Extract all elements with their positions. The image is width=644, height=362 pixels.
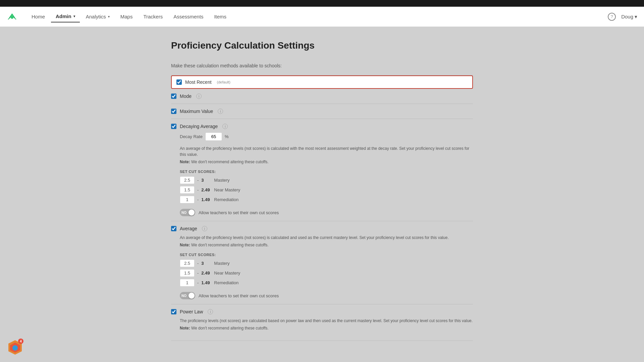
average-cut-score-2: - 2.49 Near Mastery: [180, 269, 473, 277]
power-law-checkbox-row: Power Law i: [171, 309, 473, 314]
average-toggle[interactable]: NO: [180, 292, 195, 299]
average-note-text: We don't recommend altering these cutoff…: [190, 243, 269, 247]
decaying-average-sub: Decay Rate % An average of the proficien…: [180, 132, 473, 216]
decay-rate-input[interactable]: [205, 132, 222, 141]
svg-point-1: [11, 16, 13, 19]
average-toggle-row: NO Allow teachers to set their own cut s…: [180, 292, 473, 299]
average-toggle-no-label: NO: [181, 294, 186, 298]
average-cut-score-1: - 3 Mastery: [180, 259, 473, 267]
nav-analytics[interactable]: Analytics ▾: [81, 11, 114, 22]
average-row: Average i An average of the proficiency …: [171, 221, 473, 304]
average-cut-score-from-3[interactable]: [180, 279, 195, 287]
decaying-toggle-knob: [189, 209, 195, 216]
content-wrapper: Proficiency Calculation Settings Make th…: [171, 40, 473, 341]
decaying-average-cut-score-1: - 3 Mastery: [180, 176, 473, 184]
average-toggle-knob: [189, 293, 195, 299]
decaying-cut-score-from-3[interactable]: [180, 196, 195, 203]
nav-items[interactable]: Items: [209, 11, 231, 22]
decaying-average-label: Decaying Average: [180, 124, 218, 129]
power-law-label: Power Law: [180, 309, 203, 314]
main-content: Proficiency Calculation Settings Make th…: [0, 27, 644, 362]
decaying-average-row: Decaying Average i Decay Rate % An avera…: [171, 119, 473, 221]
power-law-note-text: We don't recommend altering these cutoff…: [190, 326, 269, 330]
analytics-chevron-icon: ▾: [108, 15, 110, 18]
maximum-value-label: Maximum Value: [180, 109, 213, 114]
decaying-average-note: Note: We don't recommend altering these …: [180, 160, 473, 164]
decaying-average-cut-scores: SET CUT SCORES: - 3 Mastery - 2.49 Near …: [180, 170, 473, 203]
top-bar: [0, 0, 644, 7]
decaying-average-description: An average of the proficiency levels (no…: [180, 145, 473, 158]
most-recent-row: Most Recent (default): [171, 75, 473, 89]
power-law-checkbox[interactable]: [171, 309, 176, 314]
mode-info-icon[interactable]: i: [196, 94, 202, 99]
nav-admin[interactable]: Admin ▾: [51, 11, 80, 22]
mode-label: Mode: [180, 94, 192, 99]
most-recent-label: Most Recent: [185, 79, 212, 85]
decaying-average-info-icon[interactable]: i: [222, 124, 228, 129]
average-toggle-text: Allow teachers to set their own cut scor…: [199, 293, 279, 298]
decaying-average-checkbox-row: Decaying Average i: [171, 124, 473, 129]
section-label: Make these calculation methods available…: [171, 63, 473, 68]
average-cut-scores-label: SET CUT SCORES:: [180, 253, 473, 257]
average-description: An average of the proficiency levels (no…: [180, 235, 473, 241]
notification-badge: 4: [18, 339, 23, 344]
decaying-average-toggle-text: Allow teachers to set their own cut scor…: [199, 210, 279, 215]
most-recent-checkbox-row: Most Recent (default): [176, 79, 468, 85]
decaying-average-cut-score-2: - 2.49 Near Mastery: [180, 186, 473, 194]
decaying-average-checkbox[interactable]: [171, 124, 176, 129]
most-recent-checkbox[interactable]: [176, 79, 182, 85]
maximum-value-row: Maximum Value i: [171, 104, 473, 119]
average-cut-score-3: - 1.49 Remediation: [180, 279, 473, 287]
user-chevron-icon: ▾: [635, 14, 637, 20]
nav-home[interactable]: Home: [27, 11, 50, 22]
average-note: Note: We don't recommend altering these …: [180, 243, 473, 247]
average-note-prefix: Note:: [180, 243, 190, 247]
nav-right: ? Doug ▾: [608, 13, 637, 21]
decaying-average-note-text: We don't recommend altering these cutoff…: [190, 160, 269, 164]
decaying-toggle-no-label: NO: [181, 211, 186, 215]
bottom-logo[interactable]: 4: [7, 339, 23, 355]
mode-row: Mode i: [171, 89, 473, 104]
nav-trackers[interactable]: Trackers: [139, 11, 167, 22]
decaying-average-note-prefix: Note:: [180, 160, 190, 164]
user-menu[interactable]: Doug ▾: [621, 14, 637, 20]
decaying-average-toggle-row: NO Allow teachers to set their own cut s…: [180, 209, 473, 216]
average-label: Average: [180, 226, 197, 231]
maximum-value-info-icon[interactable]: i: [218, 109, 223, 114]
average-info-icon[interactable]: i: [202, 226, 207, 231]
maximum-value-checkbox[interactable]: [171, 109, 176, 114]
page-title: Proficiency Calculation Settings: [171, 40, 473, 51]
nav-maps[interactable]: Maps: [116, 11, 138, 22]
power-law-row: Power Law i The proficiency levels (not …: [171, 304, 473, 341]
average-sub: An average of the proficiency levels (no…: [180, 235, 473, 299]
most-recent-badge: (default): [217, 80, 230, 84]
decaying-cut-score-from-2[interactable]: [180, 186, 195, 194]
navbar: Home Admin ▾ Analytics ▾ Maps Trackers A…: [0, 7, 644, 27]
decaying-average-toggle[interactable]: NO: [180, 209, 195, 216]
power-law-note: Note: We don't recommend altering these …: [180, 326, 473, 330]
power-law-info-icon[interactable]: i: [208, 309, 213, 314]
user-name: Doug: [621, 14, 633, 19]
mode-checkbox[interactable]: [171, 94, 176, 99]
bottom-logo-icon: 4: [7, 339, 23, 355]
power-law-sub: The proficiency levels (not scores) are …: [180, 318, 473, 330]
decay-rate-row: Decay Rate %: [180, 132, 473, 141]
average-checkbox[interactable]: [171, 226, 176, 231]
nav-assessments[interactable]: Assessments: [169, 11, 208, 22]
help-button[interactable]: ?: [608, 13, 616, 21]
average-cut-score-from-2[interactable]: [180, 269, 195, 277]
average-checkbox-row: Average i: [171, 226, 473, 231]
average-cut-score-from-1[interactable]: [180, 259, 195, 267]
average-cut-scores: SET CUT SCORES: - 3 Mastery - 2.49 Near …: [180, 253, 473, 287]
decaying-average-cut-score-3: - 1.49 Remediation: [180, 196, 473, 203]
power-law-note-prefix: Note:: [180, 326, 190, 330]
decaying-average-cut-scores-label: SET CUT SCORES:: [180, 170, 473, 174]
decay-rate-label: Decay Rate: [180, 134, 203, 139]
maximum-value-checkbox-row: Maximum Value i: [171, 109, 473, 114]
logo[interactable]: [7, 11, 20, 22]
decay-rate-unit: %: [225, 134, 229, 139]
admin-chevron-icon: ▾: [73, 14, 75, 18]
nav-items: Home Admin ▾ Analytics ▾ Maps Trackers A…: [27, 11, 608, 22]
power-law-description: The proficiency levels (not scores) are …: [180, 318, 473, 324]
decaying-cut-score-from-1[interactable]: [180, 176, 195, 184]
